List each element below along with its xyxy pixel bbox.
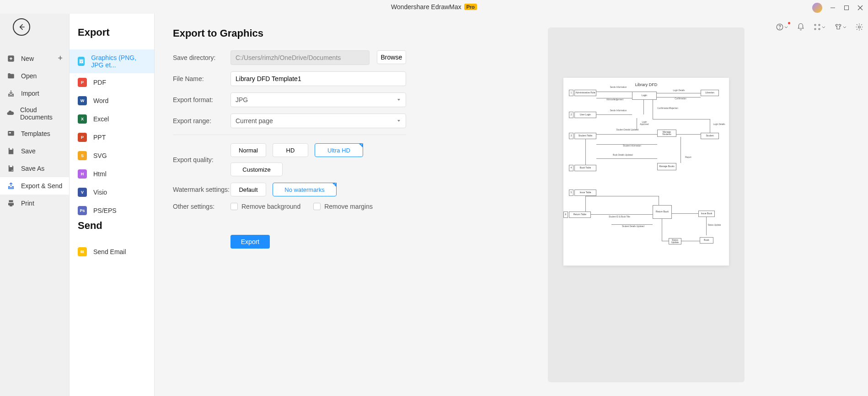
diagram-label: Sends Information — [607, 110, 630, 112]
export-type-label: Excel — [93, 115, 109, 123]
diagram-line — [680, 137, 681, 163]
plus-icon[interactable]: + — [58, 54, 63, 63]
send-label: Send Email — [93, 248, 126, 255]
diagram-line — [681, 241, 700, 241]
shirt-icon[interactable] — [834, 23, 847, 31]
word-icon: W — [78, 96, 87, 105]
diagram-box: Return Book — [653, 205, 672, 219]
gear-icon[interactable] — [855, 23, 863, 31]
diagram-box: Login — [632, 92, 657, 100]
watermark-none-label: No watermarks — [284, 186, 324, 193]
export-word[interactable]: WWord — [70, 92, 154, 110]
send-email[interactable]: ✉Send Email — [70, 243, 154, 261]
diagram-line — [653, 119, 710, 119]
ps-icon: Ps — [78, 206, 87, 215]
bell-icon[interactable] — [797, 23, 805, 31]
diagram-line — [611, 224, 653, 225]
cloud-icon — [6, 109, 15, 118]
export-type-label: PPT — [93, 134, 106, 141]
export-pdf[interactable]: PPDF — [70, 73, 154, 92]
app-title: Wondershare EdrawMax — [391, 3, 461, 11]
browse-button[interactable]: Browse — [377, 50, 406, 64]
diagram-label: Report — [681, 157, 695, 159]
diagram-line — [662, 241, 669, 241]
diagram-box: Issue Book — [698, 211, 715, 217]
nav-label: Save — [21, 147, 36, 155]
diagram-box: 5 — [569, 190, 573, 196]
export-icon — [6, 181, 16, 190]
nav-label: Open — [21, 72, 37, 80]
nav-open[interactable]: Open — [0, 67, 69, 85]
print-icon — [6, 199, 16, 208]
form-heading: Export to Graphics — [173, 27, 406, 39]
export-button[interactable]: Export — [230, 235, 270, 249]
minimize-button[interactable] — [830, 5, 836, 11]
diagram-box: User Login — [574, 112, 596, 118]
quality-hd[interactable]: HD — [273, 143, 308, 157]
quality-label: Export quality: — [173, 156, 230, 163]
remove-margins-label: Remove margins — [324, 203, 373, 210]
watermark-label: Watermark settings: — [173, 186, 230, 193]
pro-badge: Pro — [464, 4, 477, 10]
mail-icon: ✉ — [78, 247, 87, 256]
customize-button[interactable]: Customize — [230, 163, 283, 176]
diagram-line — [591, 214, 653, 215]
export-ppt[interactable]: PPPT — [70, 128, 154, 146]
diagram-line — [596, 134, 657, 135]
export-type-label: Word — [93, 97, 108, 104]
quality-ultra-hd[interactable]: Ultra HD — [315, 143, 363, 157]
nav-templates[interactable]: Templates — [0, 125, 69, 142]
export-html[interactable]: HHtml — [70, 165, 154, 183]
ppt-icon: P — [78, 133, 87, 142]
nav-import[interactable]: Import — [0, 85, 69, 102]
file-name-input[interactable] — [230, 71, 406, 86]
preview-title: Library DFD — [569, 82, 723, 87]
nav-save-as[interactable]: Save As — [0, 160, 69, 177]
nav-label: Templates — [21, 130, 50, 137]
nav-save[interactable]: Save — [0, 142, 69, 160]
diagram-label: Sends Information — [607, 87, 630, 89]
nav-label: Save As — [21, 165, 44, 172]
export-ps[interactable]: PsPS/EPS — [70, 201, 154, 220]
export-graphics[interactable]: 🖼Graphics (PNG, JPG et... — [70, 49, 154, 73]
diagram-box: 3 — [569, 133, 573, 139]
check-icon — [332, 183, 337, 187]
watermark-none[interactable]: No watermarks — [273, 183, 337, 196]
diagram-line — [672, 213, 698, 214]
save-as-icon — [6, 164, 16, 173]
maximize-button[interactable] — [843, 5, 850, 11]
help-icon[interactable] — [776, 23, 788, 31]
grid-icon[interactable] — [813, 23, 826, 31]
image-icon: 🖼 — [78, 57, 85, 66]
diagram-box: Manage Students — [657, 130, 676, 137]
remove-margins-checkbox[interactable]: Remove margins — [313, 203, 373, 210]
watermark-default[interactable]: Default — [230, 183, 266, 196]
diagram-line — [706, 217, 707, 235]
diagram-label: Student Details Updated — [611, 129, 643, 131]
nav-new[interactable]: New + — [0, 49, 69, 67]
close-button[interactable] — [857, 5, 863, 11]
range-label: Export range: — [173, 117, 230, 125]
range-select[interactable]: Current page — [230, 114, 406, 128]
top-right-toolbar — [776, 23, 863, 31]
export-heading: Export — [70, 27, 154, 49]
diagram-box: Status Update — [669, 238, 681, 244]
export-excel[interactable]: XExcel — [70, 110, 154, 128]
export-visio[interactable]: VVisio — [70, 183, 154, 201]
diagram-line — [659, 196, 659, 205]
avatar[interactable] — [812, 3, 822, 13]
checkbox-icon — [313, 203, 321, 210]
nav-print[interactable]: Print — [0, 195, 69, 212]
diagram-label: Student Information — [616, 145, 648, 147]
diagram-box: Book Table — [574, 165, 596, 171]
nav-export-send[interactable]: Export & Send — [0, 177, 69, 195]
nav-cloud[interactable]: Cloud Documents — [0, 102, 69, 125]
export-types-panel: Export 🖼Graphics (PNG, JPG et... PPDF WW… — [70, 14, 155, 396]
remove-bg-checkbox[interactable]: Remove background — [230, 203, 300, 210]
back-button[interactable] — [13, 18, 30, 36]
export-svg[interactable]: SSVG — [70, 146, 154, 165]
format-select[interactable]: JPG — [230, 92, 406, 107]
quality-normal[interactable]: Normal — [230, 143, 266, 157]
diagram-box: Issue Table — [574, 190, 596, 196]
export-type-label: Visio — [93, 189, 107, 196]
